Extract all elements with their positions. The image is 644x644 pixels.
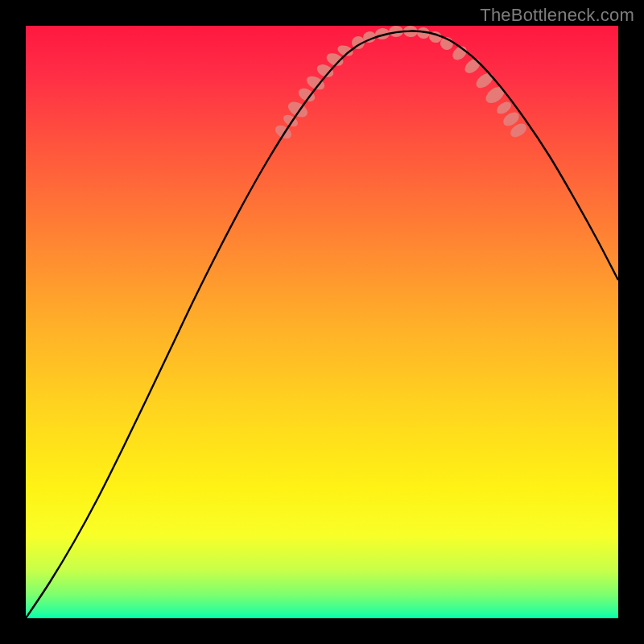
plot-area (26, 26, 618, 618)
marker-blob (473, 70, 496, 91)
marker-blob (462, 56, 483, 76)
watermark-label: TheBottleneck.com (480, 5, 634, 26)
marker-blobs (273, 25, 529, 141)
chart-svg (26, 26, 618, 618)
outer-frame: TheBottleneck.com (0, 0, 644, 644)
bottleneck-curve (26, 31, 618, 618)
